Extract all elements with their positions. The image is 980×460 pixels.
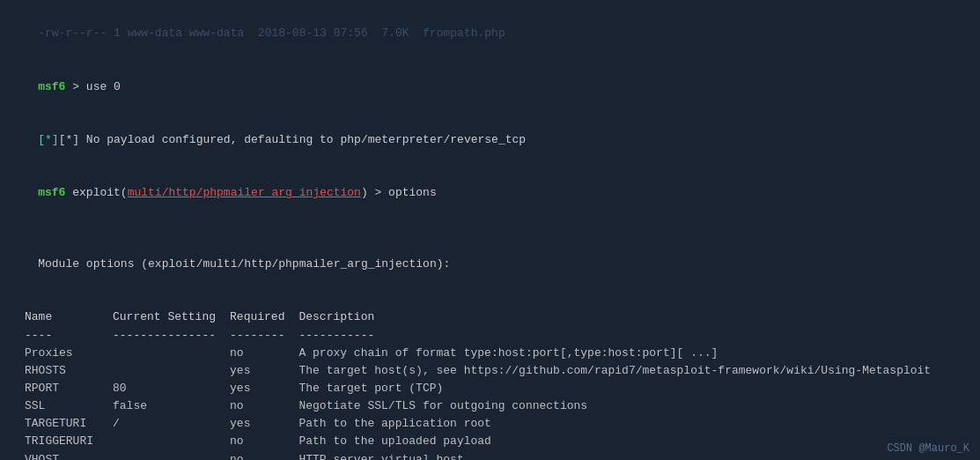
col-required-header: Required (230, 308, 298, 326)
opt-vhost-current (113, 451, 230, 460)
info-no-payload: [*][*] No payload configured, defaulting… (11, 114, 969, 167)
col-name-header: Name (25, 308, 113, 326)
divider-current: --------------- (113, 327, 230, 345)
opt-proxies-required: no (230, 345, 298, 362)
opt-vhost-desc: HTTP server virtual host (298, 451, 945, 460)
cmd-use-text: > use 0 (65, 80, 120, 93)
module-options-header: Module options (exploit/multi/http/phpma… (11, 238, 969, 291)
opt-targeturi-desc: Path to the application root (298, 415, 945, 433)
col-current-header: Current Setting (113, 308, 230, 326)
exploit-module-name: multi/http/phpmailer_arg_injection (128, 186, 361, 199)
opt-ssl-desc: Negotiate SSL/TLS for outgoing connectio… (298, 397, 945, 415)
opt-triggeruri-current (113, 433, 230, 450)
opt-targeturi-name: TARGETURI (25, 415, 113, 433)
opt-ssl-name: SSL (25, 397, 113, 415)
opt-vhost-name: VHOST (25, 451, 113, 460)
opt-targeturi-current: / (113, 415, 230, 433)
opt-rhosts-desc: The target host(s), see https://github.c… (298, 362, 945, 380)
prompt-msf6-2: msf6 (38, 186, 65, 199)
info-text: [*] No payload configured, defaulting to… (59, 133, 527, 146)
opt-ssl-current: false (113, 397, 230, 415)
divider-name: ---- (25, 327, 113, 345)
exploit-suffix: ) > options (361, 186, 437, 199)
opt-rport-required: yes (230, 380, 298, 397)
table-row: SSL false no Negotiate SSL/TLS for outgo… (25, 397, 945, 415)
blank-2 (11, 291, 969, 308)
opt-targeturi-required: yes (230, 415, 298, 433)
opt-triggeruri-desc: Path to the uploaded payload (298, 433, 945, 450)
table-row: TRIGGERURI no Path to the uploaded paylo… (25, 433, 945, 450)
info-bracket: [*] (38, 133, 58, 146)
module-table-header: Name Current Setting Required Descriptio… (25, 308, 945, 326)
cmd-options: msf6 exploit(multi/http/phpmailer_arg_in… (11, 167, 969, 219)
exploit-prefix: exploit( (65, 186, 127, 199)
opt-rport-current: 80 (113, 380, 230, 397)
cmd-use: msf6 > use 0 (11, 60, 969, 113)
opt-rhosts-name: RHOSTS (25, 362, 113, 380)
prompt-msf6: msf6 (38, 80, 65, 93)
opt-vhost-required: no (230, 451, 298, 460)
opt-rport-name: RPORT (25, 380, 113, 397)
opt-proxies-desc: A proxy chain of format type:host:port[,… (298, 345, 945, 362)
opt-proxies-current (113, 345, 230, 362)
opt-rhosts-current (113, 362, 230, 380)
table-row: RPORT 80 yes The target port (TCP) (25, 380, 945, 397)
opt-triggeruri-name: TRIGGERURI (25, 433, 113, 450)
opt-rport-desc: The target port (TCP) (298, 380, 945, 397)
opt-rhosts-required: yes (230, 362, 298, 380)
opt-proxies-name: Proxies (25, 345, 113, 362)
blank-1 (11, 220, 969, 238)
table-row: RHOSTS yes The target host(s), see https… (25, 362, 945, 380)
module-table-divider: ---- --------------- -------- ----------… (25, 327, 945, 345)
table-row: VHOST no HTTP server virtual host (25, 451, 945, 460)
opt-triggeruri-required: no (230, 433, 298, 450)
module-options-table: Name Current Setting Required Descriptio… (25, 308, 945, 460)
table-row: Proxies no A proxy chain of format type:… (25, 345, 945, 362)
bg-line-1: -rw-r--r-- 1 www-data www-data 2018-08-1… (11, 7, 969, 60)
watermark: CSDN @Mauro_K (887, 442, 969, 455)
divider-description: ----------- (298, 327, 945, 345)
opt-ssl-required: no (230, 397, 298, 415)
table-row: TARGETURI / yes Path to the application … (25, 415, 945, 433)
col-description-header: Description (298, 308, 945, 326)
divider-required: -------- (230, 327, 298, 345)
